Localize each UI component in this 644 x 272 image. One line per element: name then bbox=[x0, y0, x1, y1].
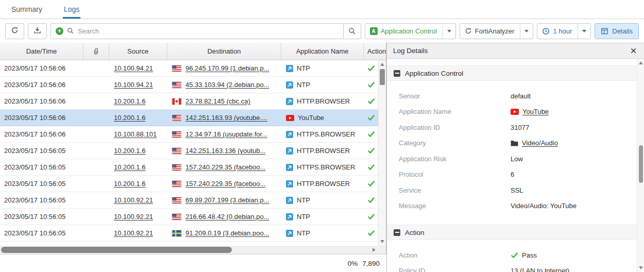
section-header[interactable]: Application Control bbox=[387, 65, 637, 81]
collapse-icon[interactable] bbox=[394, 70, 400, 77]
table-row[interactable]: 2023/05/17 10:56:05 10.200.1.6 157.240.2… bbox=[0, 176, 378, 192]
source-link[interactable]: 10.100.88.101 bbox=[114, 130, 157, 138]
source-link[interactable]: 10.200.1.6 bbox=[114, 180, 145, 188]
field-value: Pass bbox=[511, 251, 537, 259]
cell-datetime: 2023/05/17 10:56:06 bbox=[0, 60, 83, 76]
us-flag-icon bbox=[172, 197, 182, 204]
field-value-text[interactable]: YouTube bbox=[522, 108, 549, 115]
details-toggle-button[interactable]: Details bbox=[595, 23, 639, 39]
cell-attachment bbox=[83, 242, 109, 246]
vertical-scrollbar[interactable] bbox=[378, 60, 386, 246]
table-row[interactable]: 2023/05/17 10:56:05 10.200.1.6 142.251.1… bbox=[0, 242, 378, 246]
detail-field: Application Name YouTube bbox=[387, 104, 637, 120]
column-header-source[interactable]: Source bbox=[109, 43, 167, 60]
column-header-destination[interactable]: Destination bbox=[167, 43, 282, 60]
se-flag-icon bbox=[172, 230, 182, 237]
detail-field: Policy ID 13 (LAN to Internet) bbox=[387, 263, 637, 272]
cell-datetime: 2023/05/17 10:56:06 bbox=[0, 93, 83, 109]
source-link[interactable]: 10.100.92.21 bbox=[114, 213, 153, 220]
table-row[interactable]: 2023/05/17 10:56:06 10.100.88.101 12.34.… bbox=[0, 126, 378, 143]
us-flag-icon bbox=[172, 180, 182, 188]
time-range-label: 1 hour bbox=[553, 27, 573, 35]
source-link[interactable]: 10.100.92.21 bbox=[114, 229, 153, 237]
destination-link[interactable]: 91.209.0.19 (3.debian.poo... bbox=[185, 229, 269, 237]
chevron-down-icon bbox=[447, 30, 451, 32]
table-row[interactable]: 2023/05/17 10:56:05 10.100.92.21 216.66.… bbox=[0, 209, 378, 225]
download-icon bbox=[33, 26, 41, 36]
source-link[interactable]: 10.200.1.6 bbox=[114, 97, 145, 105]
cell-attachment bbox=[83, 176, 109, 192]
detail-field: Message Video/Audio: YouTube bbox=[387, 198, 637, 214]
horizontal-scrollbar-thumb[interactable] bbox=[1, 247, 232, 253]
tab-logs[interactable]: Logs bbox=[63, 0, 80, 19]
scroll-down-arrow-icon[interactable] bbox=[639, 266, 643, 269]
cell-attachment bbox=[83, 110, 109, 126]
close-icon[interactable] bbox=[629, 46, 638, 56]
table-row[interactable]: 2023/05/17 10:56:06 10.200.1.6 142.251.1… bbox=[0, 110, 378, 126]
pass-check-icon bbox=[367, 180, 375, 188]
youtube-icon bbox=[286, 115, 294, 121]
details-scrollbar-thumb[interactable] bbox=[639, 145, 643, 183]
vertical-scrollbar-thumb[interactable] bbox=[380, 69, 385, 85]
column-header-action[interactable]: Action bbox=[364, 43, 386, 60]
us-flag-icon bbox=[172, 147, 182, 155]
collapse-icon[interactable] bbox=[394, 229, 400, 236]
tab-summary[interactable]: Summary bbox=[10, 0, 43, 19]
scroll-up-arrow-icon[interactable] bbox=[639, 61, 643, 64]
destination-link[interactable]: 23.78.82.145 (cbc.ca) bbox=[185, 97, 250, 105]
details-scrollbar[interactable] bbox=[637, 59, 644, 272]
source-link[interactable]: 10.100.92.21 bbox=[114, 196, 153, 204]
destination-link[interactable]: 142.251.163.93 (youtube.... bbox=[185, 114, 267, 122]
scroll-up-arrow-icon[interactable] bbox=[380, 63, 384, 66]
destination-link[interactable]: 157.240.229.35 (faceboo... bbox=[185, 163, 265, 171]
web-app-icon bbox=[286, 213, 293, 220]
source-link[interactable]: 10.200.1.6 bbox=[114, 114, 145, 122]
pass-check-icon bbox=[367, 147, 375, 155]
section-title: Action bbox=[405, 229, 425, 236]
cell-datetime: 2023/05/17 10:56:05 bbox=[0, 209, 83, 225]
source-link[interactable]: 10.200.1.6 bbox=[114, 163, 145, 171]
search-input[interactable] bbox=[78, 27, 338, 35]
download-button[interactable] bbox=[28, 23, 47, 39]
scroll-right-arrow-icon[interactable] bbox=[372, 248, 376, 252]
column-header-application-name[interactable]: Application Name bbox=[281, 43, 364, 60]
table-status-bar: 0% 7,890 bbox=[0, 254, 386, 272]
application-control-dropdown[interactable]: A Application Control bbox=[365, 23, 456, 39]
section-header[interactable]: Action bbox=[387, 225, 637, 240]
time-range-dropdown[interactable]: 1 hour bbox=[537, 23, 591, 39]
destination-link[interactable]: 69.89.207.199 (3.debian.p... bbox=[185, 196, 269, 204]
web-app-icon bbox=[286, 147, 293, 155]
table-row[interactable]: 2023/05/17 10:56:05 10.100.92.21 69.89.2… bbox=[0, 192, 378, 209]
detail-field: Protocol 6 bbox=[387, 167, 637, 183]
fortianalyzer-dropdown[interactable]: FortiAnalyzer bbox=[460, 23, 534, 39]
column-header-datetime[interactable]: Date/Time bbox=[0, 43, 83, 60]
application-label: NTP bbox=[297, 229, 310, 237]
refresh-button[interactable] bbox=[5, 23, 24, 39]
us-flag-icon bbox=[172, 81, 182, 89]
source-link[interactable]: 10.100.94.21 bbox=[114, 64, 153, 72]
add-filter-icon[interactable]: + bbox=[56, 27, 63, 35]
table-row[interactable]: 2023/05/17 10:56:05 10.100.92.21 91.209.… bbox=[0, 225, 378, 242]
column-header-attachment[interactable] bbox=[83, 43, 109, 60]
us-flag-icon bbox=[172, 114, 182, 122]
destination-link[interactable]: 216.66.48.42 (0.debian.po... bbox=[185, 213, 269, 220]
table-row[interactable]: 2023/05/17 10:56:05 10.200.1.6 157.240.2… bbox=[0, 159, 378, 176]
search-button[interactable] bbox=[344, 23, 361, 39]
destination-link[interactable]: 96.245.170.99 (1.debian.p... bbox=[185, 64, 269, 72]
field-value-text: Video/Audio: YouTube bbox=[511, 202, 577, 210]
destination-link[interactable]: 45.33.103.94 (2.debian.po... bbox=[185, 81, 269, 89]
table-row[interactable]: 2023/05/17 10:56:06 10.100.94.21 96.245.… bbox=[0, 60, 378, 77]
horizontal-scrollbar[interactable] bbox=[0, 246, 378, 254]
destination-link[interactable]: 12.34.97.16 (usupdate.for... bbox=[185, 130, 267, 138]
table-row[interactable]: 2023/05/17 10:56:06 10.200.1.6 23.78.82.… bbox=[0, 93, 378, 110]
source-link[interactable]: 10.200.1.6 bbox=[114, 147, 145, 155]
source-link[interactable]: 10.100.94.21 bbox=[114, 81, 153, 89]
field-value: YouTube bbox=[511, 108, 549, 115]
table-row[interactable]: 2023/05/17 10:56:05 10.200.1.6 142.251.1… bbox=[0, 143, 378, 159]
field-value-text: Pass bbox=[522, 251, 537, 259]
scroll-down-arrow-icon[interactable] bbox=[380, 240, 384, 243]
field-value-text[interactable]: Video/Audio bbox=[522, 139, 558, 147]
destination-link[interactable]: 157.240.229.35 (faceboo... bbox=[185, 180, 265, 188]
destination-link[interactable]: 142.251.163.136 (youtub... bbox=[185, 147, 265, 155]
table-row[interactable]: 2023/05/17 10:56:06 10.100.94.21 45.33.1… bbox=[0, 77, 378, 93]
